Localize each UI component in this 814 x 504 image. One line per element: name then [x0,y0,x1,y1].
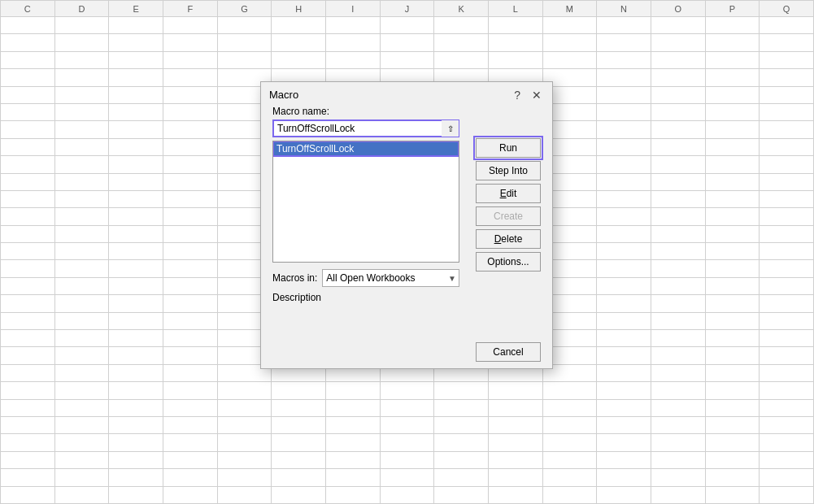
macro-name-label: Macro name: [272,106,459,117]
buttons-panel: Run Step Into Edit Create Delete [476,138,541,272]
dialog-title-controls: ? ✕ [511,89,544,101]
macros-in-row: Macros in: All Open Workbooks This Workb… [272,269,459,287]
dialog-title: Macro [269,89,298,101]
create-button-label: Create [494,211,523,222]
macro-dialog: Macro ? ✕ Macro name: ⇧ [260,81,553,369]
macro-name-row: ⇧ [272,119,459,137]
create-button[interactable]: Create [476,206,541,226]
step-into-button[interactable]: Step Into [476,161,541,180]
dialog-overlay: Macro ? ✕ Macro name: ⇧ [0,0,814,504]
run-button-label: Run [499,142,517,154]
edit-button-label: Edit [500,188,517,199]
run-button[interactable]: Run [476,138,541,158]
macro-list[interactable]: TurnOffScrollLock [272,141,459,263]
delete-button-label: Delete [494,233,523,245]
cancel-button[interactable]: Cancel [476,342,541,362]
description-area [272,306,459,336]
collapse-icon: ⇧ [447,124,454,133]
description-label: Description [272,292,459,303]
dialog-help-button[interactable]: ? [511,89,523,101]
macros-in-select[interactable]: All Open Workbooks This Workbook [322,269,459,287]
delete-button[interactable]: Delete [476,229,541,249]
macro-name-collapse-button[interactable]: ⇧ [442,119,459,137]
macro-list-item[interactable]: TurnOffScrollLock [273,141,459,156]
step-into-button-label: Step Into [489,165,528,176]
dialog-footer: Cancel [261,336,552,368]
macros-in-label: Macros in: [272,272,317,284]
dialog-close-button[interactable]: ✕ [529,89,544,101]
dialog-titlebar: Macro ? ✕ [261,82,552,106]
dialog-content: Macro name: ⇧ TurnOffScrollLock Macros i… [261,106,552,336]
macros-in-select-wrapper: All Open Workbooks This Workbook ▼ [322,269,459,287]
options-button[interactable]: Options... [476,252,541,272]
macro-name-input[interactable] [272,119,442,137]
edit-button[interactable]: Edit [476,184,541,203]
options-button-label: Options... [487,256,529,267]
